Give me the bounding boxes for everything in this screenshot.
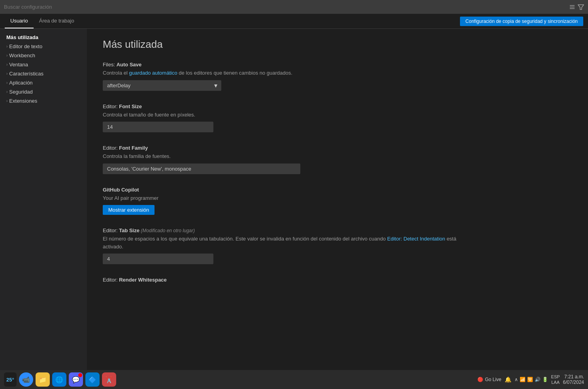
battery-icon: 🔋 [542,377,548,382]
sidebar-item-seguridad[interactable]: › Seguridad [0,87,87,96]
font-size-input[interactable] [103,122,213,132]
network-icon: 📶 [520,377,526,382]
svg-rect-2 [570,8,575,9]
sidebar-item-ventana[interactable]: › Ventana [0,60,87,69]
setting-render-whitespace: Editor: Render Whitespace [103,277,458,283]
sidebar-item-label: Seguridad [9,89,32,95]
chevron-icon: › [6,53,8,58]
setting-font-family: Editor: Font Family Controla la familia … [103,145,458,174]
setting-auto-save: Files: Auto Save Controla el guardado au… [103,62,458,91]
setting-font-size: Editor: Font Size Controla el tamaño de … [103,103,458,133]
taskbar-apps: 25° 📹 📁 🌐 💬 🔷 ✂️ [4,372,116,387]
setting-desc-tab-size: El número de espacios a los que equivale… [103,235,458,250]
setting-github-copilot: GitHub Copilot Your AI pair programmer M… [103,187,458,215]
notification-bell-icon[interactable]: 🔔 [505,376,511,383]
svg-rect-0 [570,5,575,6]
setting-title-tab-size: Editor: Tab Size (Modificado en otro lug… [103,227,458,233]
taskbar-zoom[interactable]: 📹 [19,372,33,387]
chevron-icon: › [6,44,8,49]
svg-marker-3 [578,5,584,9]
detect-indentation-link[interactable]: Editor: Detect Indentation [387,236,445,242]
setting-title-copilot: GitHub Copilot [103,187,458,193]
tabs-row: Usuario Área de trabajo Configuración de… [0,14,588,29]
search-input[interactable] [4,4,566,10]
sidebar-item-label: Editor de texto [9,43,42,49]
sidebar-item-label: Workbench [9,53,35,58]
setting-desc-font-size: Controla el tamaño de fuente en píxeles. [103,111,458,119]
sidebar-item-label: Ventana [9,62,28,68]
sidebar-item-editor-texto[interactable]: › Editor de texto [0,42,87,51]
tab-usuario[interactable]: Usuario [5,14,34,28]
font-family-input[interactable] [103,163,300,174]
chevron-icon: › [6,90,8,94]
show-extension-button[interactable]: Mostrar extensión [103,205,155,215]
setting-title-font-size: Editor: Font Size [103,103,458,109]
filter-icon[interactable] [578,4,584,10]
svg-rect-1 [570,7,575,8]
chevron-icon: › [6,71,8,76]
backup-sync-button[interactable]: Configuración de copia de seguridad y si… [460,17,583,26]
language-indicator: ESP LAA [551,374,560,385]
taskbar: 25° 📹 📁 🌐 💬 🔷 ✂️ 🔴 Go Live [0,370,588,389]
sidebar-item-label: Características [9,71,43,77]
sidebar: Más utilizada › Editor de texto › Workbe… [0,29,87,370]
sidebar-item-label: Aplicación [9,80,32,86]
sidebar-item-aplicacion[interactable]: › Aplicación [0,78,87,87]
chevron-up-icon[interactable]: ∧ [514,377,518,382]
setting-desc-copilot: Your AI pair programmer [103,194,458,202]
chevron-icon: › [6,99,8,103]
tab-workspace[interactable]: Área de trabajo [34,14,80,28]
volume-icon: 🔊 [535,377,541,382]
search-bar-icons [569,4,584,10]
setting-title-render-whitespace: Editor: Render Whitespace [103,277,458,283]
auto-save-link[interactable]: guardado automático [129,70,177,76]
main-layout: Más utilizada › Editor de texto › Workbe… [0,29,588,370]
wifi-icon: 🛜 [527,377,533,382]
taskbar-vscode[interactable]: 🔷 [85,372,100,387]
taskbar-right: 🔴 Go Live 🔔 ∧ 📶 🛜 🔊 🔋 ESP LAA 7:21 a.m. … [477,374,584,385]
sidebar-item-mas-utilizada[interactable]: Más utilizada [0,33,87,42]
setting-tab-size: Editor: Tab Size (Modificado en otro lug… [103,227,458,264]
taskbar-snip[interactable]: ✂️ [102,372,116,387]
search-bar [0,0,588,14]
setting-title-auto-save: Files: Auto Save [103,62,458,68]
taskbar-weather[interactable]: 25° [4,372,17,387]
content-area: Más utilizada Files: Auto Save Controla … [87,29,588,370]
taskbar-system-icons: ∧ 📶 🛜 🔊 🔋 [514,377,548,382]
go-live-indicator[interactable]: 🔴 Go Live [477,377,501,382]
sidebar-item-extensiones[interactable]: › Extensiones [0,96,87,105]
tab-size-input[interactable] [103,254,213,264]
tabs-left: Usuario Área de trabajo [5,14,80,28]
setting-title-font-family: Editor: Font Family [103,145,458,151]
list-icon[interactable] [569,4,575,10]
taskbar-discord[interactable]: 💬 [69,372,83,387]
sidebar-item-workbench[interactable]: › Workbench [0,51,87,60]
taskbar-files[interactable]: 📁 [36,372,50,387]
auto-save-select-wrapper: off afterDelay afterFocusChange onFocusC… [103,80,221,91]
chevron-icon: › [6,81,8,85]
sidebar-item-label: Más utilizada [6,34,38,40]
auto-save-select[interactable]: off afterDelay afterFocusChange onFocusC… [103,80,221,91]
page-title: Más utilizada [103,38,572,51]
discord-badge [78,373,82,377]
taskbar-edge[interactable]: 🌐 [52,372,66,387]
taskbar-clock: 7:21 a.m. 6/07/2024 [563,374,584,385]
sidebar-item-caracteristicas[interactable]: › Características [0,69,87,78]
setting-desc-font-family: Controla la familia de fuentes. [103,152,458,160]
chevron-icon: › [6,62,8,67]
setting-desc-auto-save: Controla el guardado automático de los e… [103,69,458,77]
sidebar-item-label: Extensiones [9,98,37,104]
